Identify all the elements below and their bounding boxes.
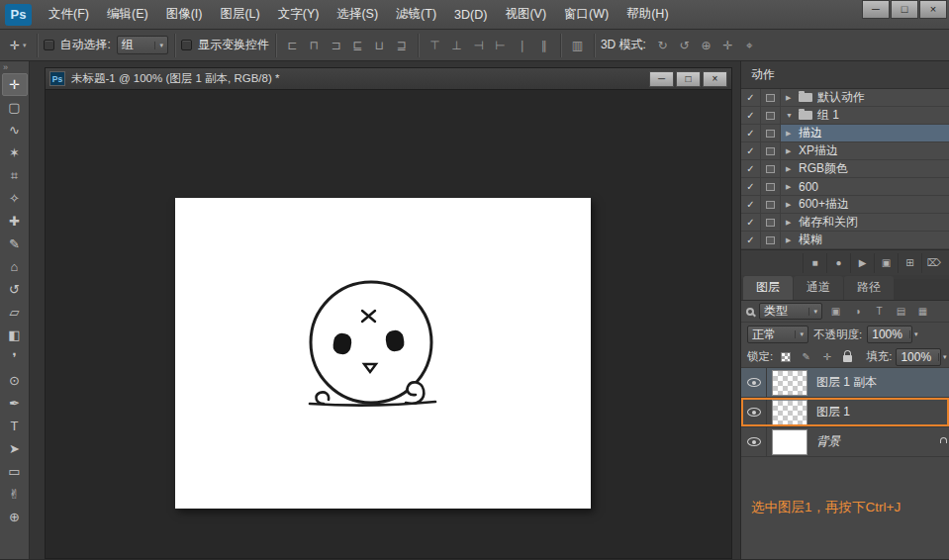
- lock-image-icon[interactable]: ✎: [798, 349, 814, 365]
- align-top-icon[interactable]: ⊑: [347, 36, 368, 55]
- layer-row-layer1[interactable]: 图层 1: [741, 398, 949, 427]
- action-check-icon[interactable]: ✓: [741, 196, 761, 213]
- eraser-tool[interactable]: ▱: [2, 301, 28, 324]
- document-titlebar[interactable]: Ps 未标题-1 @ 100% (图层 1 副本, RGB/8) * ─ □ ×: [46, 68, 731, 90]
- menu-select[interactable]: 选择(S): [328, 0, 387, 29]
- expand-arrow-icon[interactable]: ▶: [786, 236, 794, 244]
- 3d-rotate-icon[interactable]: ↻: [652, 36, 673, 55]
- action-check-icon[interactable]: ✓: [741, 125, 761, 141]
- 3d-slide-icon[interactable]: ✛: [717, 36, 738, 55]
- align-right-icon[interactable]: ⊐: [326, 36, 346, 55]
- menu-3d[interactable]: 3D(D): [445, 0, 496, 29]
- menu-layer[interactable]: 图层(L): [211, 0, 268, 29]
- zoom-tool[interactable]: ⊕: [2, 506, 28, 528]
- 3d-drag-icon[interactable]: ⊕: [696, 36, 716, 55]
- align-middle-icon[interactable]: ⊔: [369, 36, 390, 55]
- expand-arrow-icon[interactable]: ▶: [786, 183, 794, 191]
- brush-tool[interactable]: ✎: [2, 233, 28, 255]
- doc-minimize-button[interactable]: ─: [649, 71, 674, 87]
- tab-paths[interactable]: 路径: [844, 276, 894, 300]
- layer-row-background[interactable]: 背景: [741, 427, 949, 457]
- action-dialog-toggle[interactable]: [761, 214, 781, 231]
- expand-arrow-icon[interactable]: ▶: [786, 201, 794, 209]
- action-stroke[interactable]: ✓ ▶ 描边: [741, 125, 949, 142]
- maximize-button[interactable]: □: [891, 0, 918, 19]
- action-check-icon[interactable]: ✓: [741, 107, 761, 124]
- healing-brush-tool[interactable]: ✚: [2, 210, 28, 233]
- menu-file[interactable]: 文件(F): [40, 0, 98, 29]
- menu-edit[interactable]: 编辑(E): [98, 0, 157, 29]
- fill-input[interactable]: 100% ▾: [896, 348, 941, 366]
- lasso-tool[interactable]: ∿: [2, 119, 28, 141]
- action-dialog-toggle[interactable]: [761, 160, 781, 177]
- filter-type-dropdown[interactable]: 类型 ▾: [759, 303, 822, 320]
- menu-image[interactable]: 图像(I): [157, 0, 212, 29]
- blend-mode-dropdown[interactable]: 正常 ▾: [747, 326, 808, 343]
- action-check-icon[interactable]: ✓: [741, 232, 761, 248]
- opacity-input[interactable]: 100% ▾: [867, 326, 912, 343]
- quick-selection-tool[interactable]: ✶: [2, 141, 28, 164]
- doc-close-button[interactable]: ×: [703, 71, 727, 87]
- filter-type-icon[interactable]: T: [871, 304, 888, 320]
- collapse-arrow-icon[interactable]: ▼: [786, 112, 794, 119]
- filter-adjustment-icon[interactable]: ◑: [849, 304, 866, 320]
- action-check-icon[interactable]: ✓: [741, 214, 761, 231]
- auto-select-dropdown[interactable]: 组 ▾: [117, 36, 168, 54]
- menu-window[interactable]: 窗口(W): [555, 0, 617, 29]
- action-600[interactable]: ✓ ▶ 600: [741, 178, 949, 196]
- layer-thumbnail[interactable]: [772, 400, 807, 425]
- action-dialog-toggle[interactable]: [761, 196, 781, 213]
- action-rgb-color[interactable]: ✓ ▶ RGB颜色: [741, 160, 949, 178]
- layer-thumbnail[interactable]: [772, 370, 807, 396]
- action-check-icon[interactable]: ✓: [741, 178, 761, 195]
- actions-panel-header[interactable]: 动作: [741, 61, 949, 89]
- stop-icon[interactable]: ■: [803, 253, 826, 273]
- distribute-right-icon[interactable]: ∥: [533, 36, 554, 55]
- 3d-scale-icon[interactable]: ⌖: [739, 36, 760, 55]
- rectangular-marquee-tool[interactable]: ▢: [2, 96, 28, 119]
- align-left-icon[interactable]: ⊏: [282, 36, 303, 55]
- expand-arrow-icon[interactable]: ▶: [786, 130, 794, 138]
- action-check-icon[interactable]: ✓: [741, 160, 761, 177]
- action-dialog-toggle[interactable]: [761, 89, 781, 106]
- visibility-toggle[interactable]: [741, 368, 767, 397]
- minimize-button[interactable]: ─: [862, 0, 890, 19]
- action-blur[interactable]: ✓ ▶ 模糊: [741, 232, 949, 249]
- menu-view[interactable]: 视图(V): [496, 0, 555, 29]
- move-tool[interactable]: ✛: [2, 73, 28, 96]
- tab-layers[interactable]: 图层: [743, 276, 793, 300]
- lock-transparency-icon[interactable]: [777, 349, 794, 365]
- path-selection-tool[interactable]: ➤: [2, 437, 28, 460]
- tool-preset-picker[interactable]: ✛ ▾: [6, 37, 31, 54]
- filter-shape-icon[interactable]: ▤: [893, 304, 909, 320]
- gradient-tool[interactable]: ◧: [2, 324, 28, 346]
- record-icon[interactable]: ●: [826, 253, 850, 273]
- expand-arrow-icon[interactable]: ▶: [786, 147, 794, 155]
- lock-position-icon[interactable]: ✛: [818, 349, 835, 365]
- menu-help[interactable]: 帮助(H): [617, 0, 677, 29]
- action-dialog-toggle[interactable]: [761, 107, 781, 124]
- action-check-icon[interactable]: ✓: [741, 89, 761, 106]
- action-check-icon[interactable]: ✓: [741, 142, 761, 159]
- visibility-toggle[interactable]: [741, 398, 767, 426]
- auto-select-checkbox[interactable]: [44, 40, 54, 50]
- align-bottom-icon[interactable]: ⊒: [391, 36, 412, 55]
- collapse-tools-icon[interactable]: »: [0, 61, 11, 73]
- history-brush-tool[interactable]: ↺: [2, 278, 28, 301]
- tab-channels[interactable]: 通道: [794, 276, 843, 300]
- distribute-top-icon[interactable]: ⊤: [425, 36, 445, 55]
- dodge-tool[interactable]: ⊙: [2, 369, 28, 392]
- menu-filter[interactable]: 滤镜(T): [387, 0, 445, 29]
- filter-smart-object-icon[interactable]: ▦: [914, 304, 931, 320]
- distribute-left-icon[interactable]: ⊢: [490, 36, 511, 55]
- action-dialog-toggle[interactable]: [761, 232, 781, 248]
- delete-icon[interactable]: ⌦: [921, 253, 945, 273]
- action-dialog-toggle[interactable]: [761, 178, 781, 195]
- clone-stamp-tool[interactable]: ⌂: [2, 255, 28, 278]
- expand-arrow-icon[interactable]: ▶: [786, 219, 794, 227]
- eyedropper-tool[interactable]: ✧: [2, 187, 28, 210]
- visibility-toggle[interactable]: [741, 427, 767, 456]
- show-transform-checkbox[interactable]: [181, 40, 192, 50]
- action-set-group1[interactable]: ✓ ▼ 组 1: [741, 107, 949, 125]
- filter-pixel-icon[interactable]: ▣: [827, 304, 844, 320]
